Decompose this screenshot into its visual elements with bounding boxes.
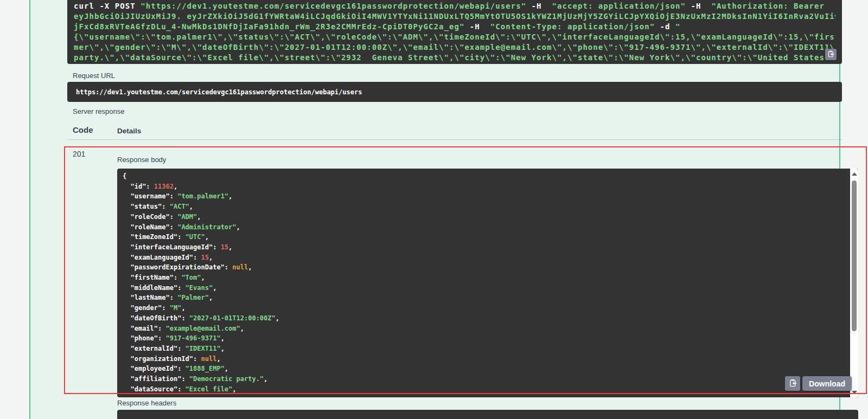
clipboard-icon: [827, 50, 834, 59]
responses-header-divider: [67, 139, 842, 140]
triangle-down-icon[interactable]: [852, 391, 857, 394]
code-line: "organizationId": null,: [123, 354, 842, 364]
code-line: mer\",\"gender\":\"M\",\"dateOfBirth\":\…: [74, 42, 835, 53]
code-line: "username": "tom.palmer1",: [123, 191, 842, 202]
code-line: "roleName": "Administrator",: [123, 222, 842, 233]
request-url-bar: https://dev1.youtestme.com/servicedevgc1…: [67, 82, 842, 102]
code-column-header: Code: [73, 125, 93, 134]
code-line: eyJhbGciOiJIUzUxMiJ9. eyJrZXkiOiJ5dG1fYW…: [74, 11, 835, 22]
code-line: "email": "example@email.com",: [123, 324, 842, 334]
request-url-label: Request URL: [73, 72, 115, 80]
response-headers-label: Response headers: [117, 399, 176, 407]
code-line: "id": 11362,: [123, 182, 842, 192]
status-code: 201: [73, 150, 85, 158]
swagger-endpoint-panel: curl -X POST "https://dev1.youtestme.com…: [0, 0, 868, 419]
clipboard-icon: [789, 379, 797, 389]
curl-command: curl -X POST "https://dev1.youtestme.com…: [74, 1, 835, 63]
request-url-value: https://dev1.youtestme.com/servicedevgc1…: [76, 88, 362, 96]
code-line: "roleCode": "ADM",: [123, 212, 842, 222]
code-line: "examLanguageId": 15,: [123, 253, 842, 263]
response-body-scrollbar[interactable]: [850, 169, 858, 397]
code-line: "dateOfBirth": "2027-01-01T12:00:00Z",: [123, 313, 842, 324]
copy-curl-button[interactable]: [825, 49, 837, 60]
code-line: "dataSource": "Excel file",: [123, 384, 842, 395]
response-body-label: Response body: [117, 156, 166, 164]
code-line: "status": "ACT",: [123, 202, 842, 212]
response-body-json: { "id": 11362, "username": "tom.palmer1"…: [117, 169, 858, 394]
code-line: "phone": "917-496-9371",: [123, 333, 842, 344]
code-line: "gender": "M",: [123, 303, 842, 313]
download-button[interactable]: Download: [802, 376, 852, 391]
code-line: "lastName": "Palmer",: [123, 293, 842, 303]
copy-response-button[interactable]: [785, 376, 800, 391]
curl-command-block: curl -X POST "https://dev1.youtestme.com…: [67, 0, 842, 64]
code-line: curl -X POST "https://dev1.youtestme.com…: [74, 1, 835, 11]
server-response-label: Server response: [73, 107, 124, 115]
code-line: "middleName": "Evans",: [123, 283, 842, 293]
response-headers-block: [117, 410, 858, 419]
code-line: "passwordExpirationDate": null,: [123, 262, 842, 273]
code-line: "timeZoneId": "UTC",: [123, 232, 842, 242]
scrollbar-thumb[interactable]: [852, 181, 857, 331]
code-line: "affiliation": "Democratic party.",: [123, 374, 842, 384]
code-line: "interfaceLanguageId": 15,: [123, 242, 842, 253]
post-opblock-body: curl -X POST "https://dev1.youtestme.com…: [29, 0, 840, 419]
code-line: "employeeId": "1888_EMP",: [123, 364, 842, 374]
code-line: "externalId": "IDEXT11",: [123, 344, 842, 354]
response-body-block: { "id": 11362, "username": "tom.palmer1"…: [117, 169, 858, 397]
code-line: party.\",\"dataSource\":\"Excel file\",\…: [74, 53, 835, 63]
code-line: jFxCd8xRVTeAGfzDLu_4-NwMkDs1DNfDjIaFa91h…: [74, 22, 835, 32]
details-column-header: Details: [117, 127, 141, 135]
triangle-up-icon[interactable]: [852, 172, 857, 176]
code-line: {\"username\":\"tom.palmer1\",\"status\"…: [74, 32, 835, 42]
code-line: {: [123, 171, 842, 182]
code-line: "firstName": "Tom",: [123, 273, 842, 283]
